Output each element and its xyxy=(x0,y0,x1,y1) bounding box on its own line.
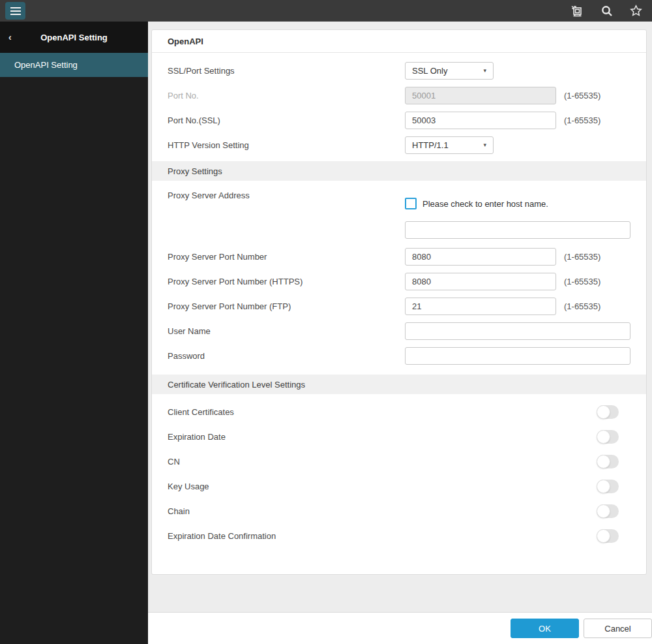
row-proxy-port-ftp: Proxy Server Port Number (FTP) (1-65535) xyxy=(152,294,646,318)
proxy-port-https-field[interactable] xyxy=(405,273,556,290)
password-label: Password xyxy=(168,351,405,361)
hamburger-icon xyxy=(10,7,21,8)
row-password: Password xyxy=(152,343,646,368)
certificate-toggle-list: Client Certificates Expiration Date CN K… xyxy=(152,394,646,548)
row-port-no-ssl: Port No.(SSL) (1-65535) xyxy=(152,108,646,132)
search-icon[interactable] xyxy=(600,5,614,18)
cancel-button[interactable]: Cancel xyxy=(584,619,652,638)
row-expiration-date-confirmation: Expiration Date Confirmation xyxy=(152,523,646,548)
ssl-port-settings-value: SSL Only xyxy=(412,66,447,76)
port-no-field xyxy=(405,87,556,104)
port-no-ssl-field[interactable] xyxy=(405,112,556,129)
port-no-label: Port No. xyxy=(168,91,405,100)
caret-down-icon: ▾ xyxy=(483,142,486,148)
row-client-certificates: Client Certificates xyxy=(152,399,646,424)
proxy-port-range-hint: (1-65535) xyxy=(564,252,600,262)
menu-button[interactable] xyxy=(5,2,25,20)
ok-button[interactable]: OK xyxy=(511,619,579,638)
row-proxy-port: Proxy Server Port Number (1-65535) xyxy=(152,244,646,269)
row-expiration-date: Expiration Date xyxy=(152,424,646,449)
key-usage-toggle[interactable] xyxy=(597,480,619,493)
sidebar-header: ‹ OpenAPI Setting xyxy=(0,22,148,53)
sidebar-item-label: OpenAPI Setting xyxy=(14,60,78,70)
proxy-port-ftp-field[interactable] xyxy=(405,298,556,315)
http-version-label: HTTP Version Setting xyxy=(168,140,405,150)
password-field[interactable] xyxy=(405,347,630,365)
chain-toggle[interactable] xyxy=(597,504,619,518)
expiration-date-toggle[interactable] xyxy=(597,430,619,444)
proxy-server-address-field[interactable] xyxy=(405,221,630,239)
sidebar-item-openapi-setting[interactable]: OpenAPI Setting xyxy=(0,53,148,77)
sidebar-title: OpenAPI Setting xyxy=(40,33,108,42)
row-port-no: Port No. (1-65535) xyxy=(152,83,646,108)
star-icon[interactable] xyxy=(629,4,643,18)
http-version-select[interactable]: HTTP/1.1 ▾ xyxy=(405,136,494,154)
proxy-server-address-label: Proxy Server Address xyxy=(168,190,405,200)
openapi-form: SSL/Port Settings SSL Only ▾ Port No. (1… xyxy=(152,53,646,548)
client-certificates-label: Client Certificates xyxy=(168,407,597,417)
http-version-value: HTTP/1.1 xyxy=(412,140,449,150)
expiration-date-label: Expiration Date xyxy=(168,432,597,442)
expiration-date-confirmation-toggle[interactable] xyxy=(597,529,619,543)
topbar-actions xyxy=(569,3,643,19)
ssl-port-settings-select[interactable]: SSL Only ▾ xyxy=(405,62,494,80)
proxy-settings-section-header: Proxy Settings xyxy=(152,161,646,181)
proxy-port-https-label: Proxy Server Port Number (HTTPS) xyxy=(168,277,405,286)
user-name-field[interactable] xyxy=(405,322,630,340)
proxy-port-field[interactable] xyxy=(405,248,556,266)
ssl-port-settings-label: SSL/Port Settings xyxy=(168,66,405,76)
row-chain: Chain xyxy=(152,498,646,523)
cn-toggle[interactable] xyxy=(597,455,619,468)
expiration-date-confirmation-label: Expiration Date Confirmation xyxy=(168,531,597,541)
printer-icon[interactable] xyxy=(569,3,585,19)
action-footer: OK Cancel xyxy=(148,612,652,644)
back-chevron-icon[interactable]: ‹ xyxy=(8,33,12,42)
client-certificates-toggle[interactable] xyxy=(597,405,619,419)
port-no-ssl-range-hint: (1-65535) xyxy=(564,115,600,125)
row-key-usage: Key Usage xyxy=(152,474,646,498)
topbar xyxy=(0,0,652,22)
row-ssl-port-settings: SSL/Port Settings SSL Only ▾ xyxy=(152,58,646,83)
cn-label: CN xyxy=(168,457,597,467)
host-name-checkbox-line: Please check to enter host name. xyxy=(405,198,630,209)
port-no-range-hint: (1-65535) xyxy=(564,91,600,100)
proxy-port-https-range-hint: (1-65535) xyxy=(564,277,600,286)
row-user-name: User Name xyxy=(152,318,646,343)
row-proxy-port-https: Proxy Server Port Number (HTTPS) (1-6553… xyxy=(152,269,646,294)
certificate-section-header: Certificate Verification Level Settings xyxy=(152,375,646,394)
key-usage-label: Key Usage xyxy=(168,482,597,491)
main-content: OpenAPI SSL/Port Settings SSL Only ▾ Por… xyxy=(148,22,652,644)
sidebar: ‹ OpenAPI Setting OpenAPI Setting xyxy=(0,22,148,644)
port-no-ssl-label: Port No.(SSL) xyxy=(168,115,405,125)
row-http-version: HTTP Version Setting HTTP/1.1 ▾ xyxy=(152,132,646,157)
proxy-port-ftp-label: Proxy Server Port Number (FTP) xyxy=(168,301,405,311)
caret-down-icon: ▾ xyxy=(483,67,486,74)
user-name-label: User Name xyxy=(168,326,405,336)
panel-title: OpenAPI xyxy=(152,30,646,53)
proxy-port-ftp-range-hint: (1-65535) xyxy=(564,301,600,311)
proxy-port-label: Proxy Server Port Number xyxy=(168,252,405,262)
row-cn: CN xyxy=(152,449,646,474)
host-name-checkbox-label[interactable]: Please check to enter host name. xyxy=(422,199,548,209)
host-name-checkbox[interactable] xyxy=(405,198,417,209)
row-proxy-server-address: Proxy Server Address Please check to ent… xyxy=(152,181,646,240)
openapi-panel: OpenAPI SSL/Port Settings SSL Only ▾ Por… xyxy=(151,29,647,575)
chain-label: Chain xyxy=(168,506,597,516)
